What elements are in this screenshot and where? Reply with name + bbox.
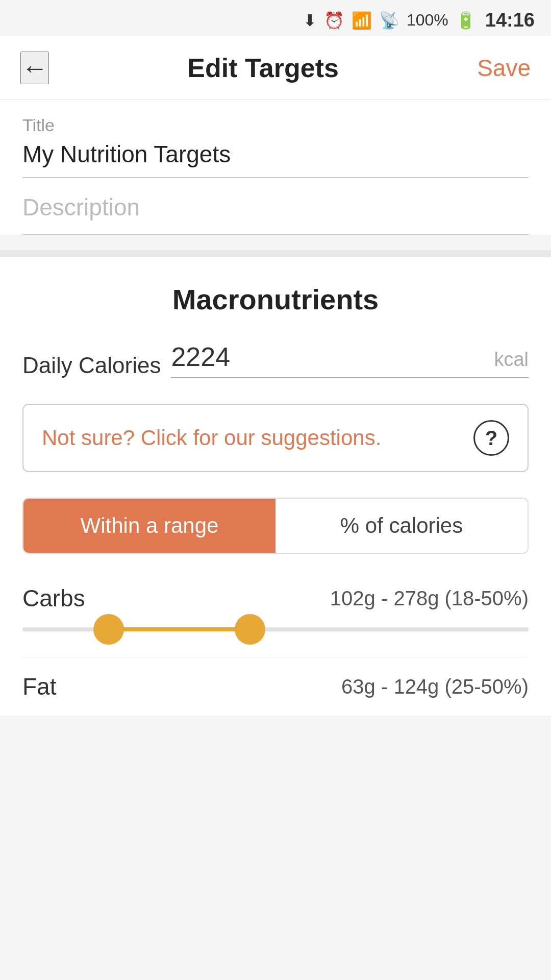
suggestion-text: Not sure? Click for our suggestions. bbox=[42, 426, 381, 450]
suggestion-button[interactable]: Not sure? Click for our suggestions. ? bbox=[22, 404, 529, 472]
carbs-row: Carbs 102g - 278g (18-50%) bbox=[22, 584, 529, 631]
title-value[interactable]: My Nutrition Targets bbox=[22, 140, 529, 177]
carbs-label: Carbs bbox=[22, 584, 85, 612]
download-icon: ⬇ bbox=[303, 11, 317, 30]
carbs-slider-track[interactable] bbox=[22, 627, 529, 631]
carbs-slider-thumb-right[interactable] bbox=[235, 614, 265, 645]
title-divider bbox=[22, 177, 529, 178]
save-button[interactable]: Save bbox=[477, 54, 531, 82]
description-field[interactable]: Description bbox=[22, 193, 529, 234]
percent-calories-label: % of calories bbox=[340, 513, 463, 538]
percent-calories-button[interactable]: % of calories bbox=[276, 499, 528, 553]
battery-icon: 🔋 bbox=[456, 11, 476, 30]
fat-range: 63g - 124g (25-50%) bbox=[341, 675, 529, 698]
wifi-icon: 📶 bbox=[352, 11, 372, 30]
status-time: 14:16 bbox=[485, 9, 535, 31]
macro-type-toggle: Within a range % of calories bbox=[22, 498, 529, 554]
section-divider bbox=[0, 250, 551, 257]
back-button[interactable]: ← bbox=[20, 52, 49, 84]
signal-icon: 📡 bbox=[379, 11, 399, 30]
carbs-range: 102g - 278g (18-50%) bbox=[330, 587, 529, 610]
within-range-button[interactable]: Within a range bbox=[23, 499, 276, 553]
help-icon-label: ? bbox=[485, 427, 497, 450]
alarm-icon: ⏰ bbox=[324, 11, 344, 30]
page-title: Edit Targets bbox=[49, 53, 477, 83]
within-range-label: Within a range bbox=[81, 513, 219, 538]
title-label: Title bbox=[22, 115, 529, 135]
daily-calories-row: Daily Calories 2224 kcal bbox=[22, 341, 529, 378]
carbs-slider-fill bbox=[109, 627, 251, 631]
status-icons: ⬇ ⏰ 📶 📡 100% 🔋 bbox=[303, 11, 476, 30]
status-bar: ⬇ ⏰ 📶 📡 100% 🔋 14:16 bbox=[0, 0, 551, 36]
description-divider bbox=[22, 234, 529, 235]
macros-title: Macronutrients bbox=[22, 283, 529, 316]
macros-section: Macronutrients Daily Calories 2224 kcal … bbox=[0, 257, 551, 716]
daily-calories-label: Daily Calories bbox=[22, 353, 161, 378]
carbs-slider-thumb-left[interactable] bbox=[93, 614, 124, 645]
fat-row: Fat 63g - 124g (25-50%) bbox=[22, 657, 529, 700]
calories-input-wrap[interactable]: 2224 kcal bbox=[171, 341, 529, 378]
calories-unit: kcal bbox=[494, 349, 529, 371]
fat-label: Fat bbox=[22, 673, 56, 700]
form-section: Title My Nutrition Targets Description bbox=[0, 100, 551, 235]
battery-percent: 100% bbox=[407, 11, 448, 30]
header: ← Edit Targets Save bbox=[0, 36, 551, 100]
help-icon: ? bbox=[473, 420, 509, 456]
carbs-header: Carbs 102g - 278g (18-50%) bbox=[22, 584, 529, 612]
calories-value: 2224 bbox=[171, 341, 230, 372]
back-arrow-icon: ← bbox=[21, 53, 48, 83]
